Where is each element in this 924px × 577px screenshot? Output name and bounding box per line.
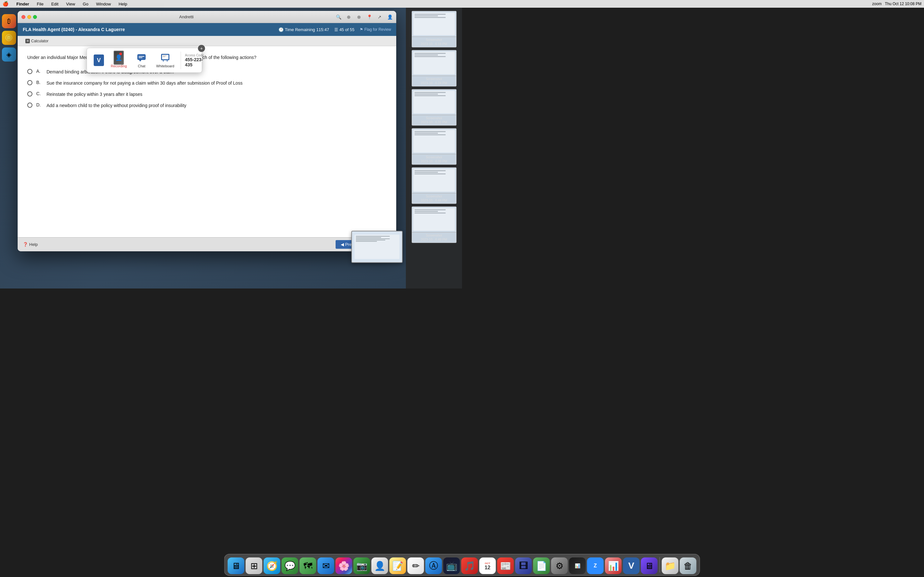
exam-window: Andretti 🔍 ⊕ ⊗ 📍 ↗ 👤 FLA Health Agent (0… bbox=[18, 11, 396, 251]
filter-icon[interactable]: ⊗ bbox=[357, 15, 362, 19]
whiteboard-icon bbox=[160, 53, 170, 63]
screenshot-label-2: Screenshot2023-10...6.31 PM bbox=[412, 115, 456, 125]
option-b[interactable]: B. Sue the insurance company for not pay… bbox=[27, 80, 387, 87]
svg-rect-3 bbox=[139, 57, 142, 58]
preview-inner bbox=[352, 231, 402, 262]
chat-icon bbox=[136, 53, 147, 63]
menubar: 🍎 Finder File Edit View Go Window Help z… bbox=[0, 0, 462, 8]
apple-menu[interactable]: 🍎 bbox=[3, 1, 9, 7]
v-brand: V bbox=[94, 55, 104, 66]
screenshot-thumb-3[interactable]: Screenshot2023-10...6.39 PM bbox=[412, 128, 457, 165]
close-button[interactable] bbox=[21, 15, 25, 19]
time-remaining-label: Time Remaining bbox=[285, 27, 315, 32]
share-icon[interactable]: ↗ bbox=[377, 15, 382, 19]
radio-c[interactable] bbox=[27, 91, 32, 97]
whiteboard-button[interactable]: Whiteboard bbox=[155, 51, 175, 70]
recording-button[interactable]: 👤 Recording bbox=[110, 51, 128, 70]
screenshot-label-1: Screenshot2023-10...6.24 PM bbox=[412, 76, 456, 86]
option-c-letter: C. bbox=[36, 91, 43, 96]
whiteboard-label: Whiteboard bbox=[156, 64, 174, 68]
help-label: Help bbox=[29, 242, 38, 247]
svg-rect-5 bbox=[162, 55, 168, 59]
screenshot-img-4 bbox=[412, 168, 456, 193]
zoom-search-icon[interactable]: ⊕ bbox=[346, 15, 351, 19]
time-remaining: 🕐 Time Remaining 115:47 bbox=[278, 27, 329, 32]
svg-rect-0 bbox=[137, 54, 145, 60]
option-b-text: Sue the insurance company for not paying… bbox=[47, 80, 242, 87]
v-logo-button[interactable]: V bbox=[91, 53, 107, 67]
screenshot-thumb-0[interactable]: Screenshot2023-10...6.18 PM bbox=[412, 11, 457, 47]
exam-title: FLA Health Agent (0240) - Alexandra C La… bbox=[23, 27, 125, 32]
question-count: ☰ 45 of 55 bbox=[334, 27, 355, 32]
screenshot-label-5: Screenshot2023-10...6.49 PM bbox=[412, 232, 456, 243]
access-code-value: 455-223-435 bbox=[185, 57, 204, 67]
access-code-label: Access Code bbox=[185, 53, 204, 57]
chat-button[interactable]: Chat bbox=[134, 51, 150, 70]
left-sidebar: ₿ 🪙 ◈ bbox=[0, 8, 18, 288]
recording-icon: 👤 bbox=[113, 53, 124, 63]
screenshots-panel: Screenshot2023-10...6.18 PM Screenshot20… bbox=[406, 8, 462, 288]
calculator-button[interactable]: ⊞ Calculator bbox=[23, 38, 51, 44]
screenshot-thumb-1[interactable]: Screenshot2023-10...6.24 PM bbox=[412, 50, 457, 87]
list-icon: ☰ bbox=[334, 27, 338, 32]
sidebar-app-binance[interactable]: ₿ bbox=[2, 14, 16, 28]
minimize-button[interactable] bbox=[27, 15, 31, 19]
question-count-value: 45 of 55 bbox=[339, 27, 355, 32]
flag-review-label: Flag for Review bbox=[365, 27, 391, 32]
prev-arrow-icon: ◀ bbox=[341, 242, 344, 247]
option-d[interactable]: D. Add a newborn child to the policy wit… bbox=[27, 102, 387, 109]
option-b-letter: B. bbox=[36, 80, 43, 85]
search-icon[interactable]: 🔍 bbox=[336, 15, 341, 19]
flag-review-button[interactable]: ⚑ Flag for Review bbox=[360, 27, 391, 32]
calculator-icon: ⊞ bbox=[25, 39, 30, 43]
menubar-go[interactable]: Go bbox=[81, 2, 89, 6]
location-icon[interactable]: 📍 bbox=[367, 15, 372, 19]
screenshot-thumb-5[interactable]: Screenshot2023-10...6.49 PM bbox=[412, 206, 457, 243]
exam-footer: ❓ Help ◀ Previous Next ▶ bbox=[18, 237, 396, 251]
desktop: ₿ 🪙 ◈ Andretti 🔍 ⊕ ⊗ 📍 ↗ 👤 FLA Health bbox=[0, 8, 462, 288]
menubar-window[interactable]: Window bbox=[95, 2, 112, 6]
clock-icon: 🕐 bbox=[278, 27, 284, 32]
person-icon[interactable]: 👤 bbox=[387, 15, 393, 19]
titlebar-icons: 🔍 ⊕ ⊗ 📍 ↗ 👤 bbox=[336, 15, 393, 19]
menubar-file[interactable]: File bbox=[36, 2, 45, 6]
exam-header-right: 🕐 Time Remaining 115:47 ☰ 45 of 55 ⚑ Fla… bbox=[278, 27, 391, 32]
screenshot-thumb-2[interactable]: Screenshot2023-10...6.31 PM bbox=[412, 89, 457, 126]
option-c[interactable]: C. Reinstate the policy within 3 years a… bbox=[27, 91, 387, 98]
traffic-lights bbox=[21, 15, 37, 19]
preview-window bbox=[351, 231, 403, 263]
floating-toolbar-inner: V 👤 Recording bbox=[87, 48, 212, 73]
screenshot-label-3: Screenshot2023-10...6.39 PM bbox=[412, 154, 456, 164]
option-a-letter: A. bbox=[36, 69, 43, 74]
question-area: Under an individual Major Medical policy… bbox=[18, 46, 396, 237]
answer-options: A. Demand binding arbitration if there i… bbox=[27, 69, 387, 109]
video-preview-inner: 👤 bbox=[114, 51, 123, 64]
toolbar-expand-button[interactable]: + bbox=[198, 45, 205, 52]
screenshot-thumb-4[interactable]: Screenshot2023-10...6.44 PM bbox=[412, 167, 457, 204]
flag-icon: ⚑ bbox=[360, 27, 363, 32]
radio-d[interactable] bbox=[27, 103, 32, 108]
screenshot-img-1 bbox=[412, 50, 456, 76]
radio-a[interactable] bbox=[27, 69, 32, 74]
svg-rect-2 bbox=[139, 56, 144, 57]
radio-b[interactable] bbox=[27, 80, 32, 85]
exam-toolbar: ⊞ Calculator bbox=[18, 36, 396, 46]
screenshot-img-3 bbox=[412, 129, 456, 154]
menubar-view[interactable]: View bbox=[65, 2, 76, 6]
option-d-text: Add a newborn child to the policy withou… bbox=[47, 102, 186, 109]
sidebar-app-xrp[interactable]: ◈ bbox=[2, 47, 16, 61]
menubar-finder[interactable]: Finder bbox=[15, 2, 31, 6]
help-button[interactable]: ❓ Help bbox=[23, 242, 38, 247]
maximize-button[interactable] bbox=[33, 15, 37, 19]
menubar-help[interactable]: Help bbox=[118, 2, 129, 6]
option-c-text: Reinstate the policy within 3 years afte… bbox=[47, 91, 142, 98]
floating-toolbar: V 👤 Recording bbox=[87, 48, 202, 73]
sidebar-app-crypto[interactable]: 🪙 bbox=[2, 31, 16, 45]
screenshot-img-5 bbox=[412, 207, 456, 232]
svg-marker-1 bbox=[139, 60, 142, 61]
help-icon: ❓ bbox=[23, 242, 28, 247]
preview-content bbox=[355, 235, 399, 259]
window-titlebar: Andretti 🔍 ⊕ ⊗ 📍 ↗ 👤 bbox=[18, 11, 396, 23]
menubar-edit[interactable]: Edit bbox=[50, 2, 60, 6]
video-preview: 👤 bbox=[113, 51, 124, 65]
